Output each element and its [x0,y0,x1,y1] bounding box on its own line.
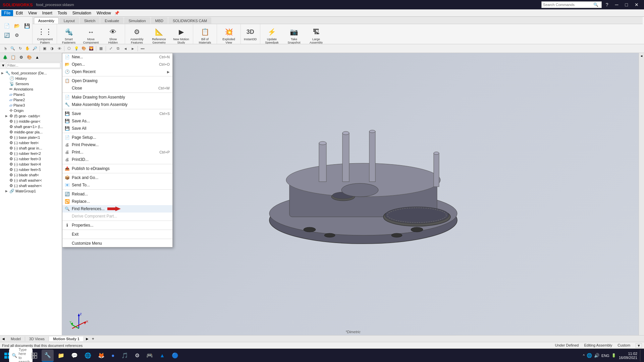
taskbar-solidworks-app[interactable]: 🔧 [42,350,54,362]
feature-tree-tab[interactable]: 🌲 [1,54,9,61]
tree-rubber-feet4[interactable]: ⚙ (-) rubber feet<4 [0,162,62,167]
tree-root[interactable]: ▶ 🔧 food_processor (De... [0,70,62,76]
viewport[interactable]: Z X Y *Dimetric ◄ 📄 New... Ctrl+N [62,53,644,335]
menu-send-to[interactable]: 📧 Send To... [62,181,172,189]
lights-btn[interactable]: 💡 [73,45,80,52]
tree-filter-input[interactable] [6,63,60,68]
prev-view-btn[interactable]: ◄ [122,45,129,52]
add-tab-btn[interactable]: + [91,337,96,341]
save-btn[interactable]: 💾 [22,21,32,30]
custom-tab[interactable]: ▲ [34,54,41,61]
more-views-btn[interactable]: ••• [139,45,146,52]
settings-btn[interactable]: ⚙ [12,31,21,40]
menu-file[interactable]: File [1,10,13,16]
taskbar-app2[interactable]: ⚙ [132,350,142,362]
taskbar-media[interactable]: 🎵 [119,350,131,362]
taskbar-app3[interactable]: 🎮 [144,350,156,362]
menu-save-as[interactable]: 💾 Save As... [62,117,172,125]
volume-icon[interactable]: 🔊 [594,353,599,358]
taskbar-browser1[interactable]: 🌐 [82,350,94,362]
new-btn[interactable]: 📄 [2,21,11,30]
menu-make-drawing[interactable]: 📄 Make Drawing from Assembly [62,94,172,101]
tree-middle-gear[interactable]: ⚙ (-) middle-gear< [0,119,62,124]
menu-publish[interactable]: 📤 Publish to eDrawings [62,165,172,172]
menu-save-all[interactable]: 💾 Save All [62,125,172,132]
tree-rubber-feet3[interactable]: ⚙ (-) rubber feet<3 [0,156,62,162]
minimize-btn[interactable]: ─ [612,1,621,8]
tree-rubber-feet2[interactable]: ⚙ (-) rubber feet<2 [0,151,62,156]
show-desktop-btn[interactable] [640,350,643,362]
take-snapshot-btn[interactable]: 📷 Take Snapshot [283,25,305,44]
rotate-btn[interactable]: ↻ [17,45,23,52]
menu-find-references[interactable]: 🔍 Find References... [62,205,172,213]
tree-rubber-feet5[interactable]: ⚙ (-) rubber feet<5 [0,167,62,172]
tray-show-btn[interactable]: ^ [583,354,585,358]
section-view-btn[interactable]: ▣ [41,45,48,52]
maximize-btn[interactable]: □ [623,1,631,8]
tree-sensors[interactable]: 📡 Sensors [0,81,62,86]
tree-plane2[interactable]: ▱ Plane2 [0,97,62,103]
help-btn[interactable]: ? [603,1,611,8]
menu-print[interactable]: 🖨 Print... Ctrl+P [62,148,172,156]
taskbar-teams-app[interactable]: 💬 [68,350,80,362]
tab-layout[interactable]: Layout [59,17,79,24]
menu-save[interactable]: 💾 Save Ctrl+S [62,110,172,117]
menu-close[interactable]: Close Ctrl+W [62,84,172,92]
bottom-tab-motion-study1[interactable]: Motion Study 1 [49,337,84,341]
view-settings-btn[interactable]: ▦ [98,45,104,52]
open-btn[interactable]: 📂 [12,21,21,30]
zoom-select-btn[interactable]: 🔍 [9,45,16,52]
hide-show-btn[interactable]: 👁 [56,45,63,52]
taskbar-chrome[interactable]: ● [109,350,117,362]
search-taskbar-btn[interactable]: 🔍 Type here to search [15,350,27,362]
move-component-btn[interactable]: ↔ Move Component [80,25,102,44]
clock-area[interactable]: 11:02 16/09/2021 [619,352,637,360]
tab-sketch[interactable]: Sketch [80,17,100,24]
bill-of-materials-btn[interactable]: 📋 Bill of Materials [194,25,216,44]
menu-open[interactable]: 📂 Open... Ctrl+O [62,61,172,68]
exploded-view-btn[interactable]: 💥 Exploded View [218,25,240,44]
tree-blade-shaft1[interactable]: ⚙ (-) blade shaft< [0,172,62,178]
appearance-tab[interactable]: 🎨 [25,54,33,61]
menu-edit[interactable]: Edit [13,10,25,16]
menu-new[interactable]: 📄 New... Ctrl+N [62,53,172,61]
menu-pack-go[interactable]: 📦 Pack and Go... [62,174,172,181]
taskbar-firefox[interactable]: 🦊 [95,350,107,362]
tree-rubber-feet1[interactable]: ⚙ (-) rubber feet< [0,140,62,145]
bottom-tab-model[interactable]: Model [7,337,25,341]
menu-tools[interactable]: Tools [55,10,70,16]
assembly-features-btn[interactable]: ⚙ Assembly Features [126,25,148,44]
property-tab[interactable]: 📋 [9,54,17,61]
tree-shaft-gear1[interactable]: ⚙ shaft gear<1> (l... [0,124,62,129]
menu-insert[interactable]: Insert [40,10,55,16]
menu-print-preview[interactable]: 🖨 Print Preview... [62,141,172,148]
status-dropdown-btn[interactable]: ▼ [636,343,642,348]
task-view-btn[interactable] [28,350,40,362]
bottom-tab-3dviews[interactable]: 3D Views [25,337,49,341]
update-speedpak-btn[interactable]: ⚡ Update Speedpak [261,25,283,44]
tree-shaft-gear-in[interactable]: ⚙ (-) shaft gear in... [0,145,62,151]
tab-solidworks-cam[interactable]: SOLIDWORKS CAM [168,17,211,24]
menu-window[interactable]: Window [94,10,114,16]
menu-view[interactable]: View [25,10,40,16]
tree-annotations[interactable]: ✏ Annotations [0,86,62,92]
tree-mate-group1[interactable]: ▶ 🔗 MateGroup1 [0,188,62,194]
menu-reload[interactable]: 🔄 Reload... [62,190,172,198]
large-assembly-settings-btn[interactable]: 🏗 Large Assembly Settings [305,25,327,44]
menu-make-assembly[interactable]: 🔧 Make Assembly from Assembly [62,101,172,108]
new-motion-study-btn[interactable]: ▶ New Motion Study [170,25,192,44]
search-commands-box[interactable]: 🔍 [541,1,602,8]
right-panel-expand[interactable]: ◄ [640,54,644,58]
show-hidden-btn[interactable]: 👁 Show Hidden Components [102,25,124,44]
scroll-left-btn[interactable]: ◄ [0,337,7,341]
tree-gear-caddy[interactable]: ▶ ⚙ (f) gear- caddy< [0,113,62,119]
scroll-right-btn[interactable]: ► [84,337,91,341]
tree-plane1[interactable]: ▱ Plane1 [0,92,62,97]
scene-btn[interactable]: 🌄 [88,45,95,52]
search-commands-input[interactable] [543,3,593,7]
tree-shaft-washer2[interactable]: ⚙ (-) shaft washer< [0,183,62,188]
smart-fasteners-btn[interactable]: 🔩 Smart Fasteners [58,25,80,44]
tab-evaluate[interactable]: Evaluate [100,17,123,24]
component-pattern-btn[interactable]: ⋮⋮ Component Pattern [34,25,56,44]
lang-indicator[interactable]: ENG [601,354,609,358]
